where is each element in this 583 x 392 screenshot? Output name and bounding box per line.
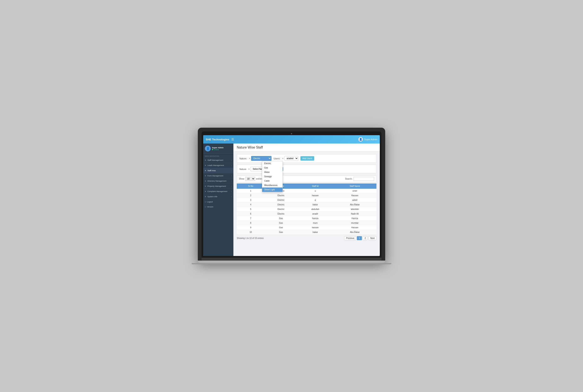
page-1-button[interactable]: 1 — [357, 236, 362, 240]
dropdown-option-gas[interactable]: Gas — [262, 166, 283, 170]
col-srno: Sr.No — [237, 184, 265, 189]
sidebar-item-staff-area[interactable]: ≡ Staff Area › — [203, 168, 233, 173]
dropdown-option-electric[interactable]: Electric — [262, 161, 283, 166]
search-label: Search: — [345, 178, 352, 180]
cell-staff_id: mum — [297, 221, 333, 225]
cell-nature: Electric — [265, 212, 297, 216]
cell-staff_id: hassan — [297, 225, 333, 230]
table-row: 3Electricaadeel — [237, 198, 376, 202]
sidebar-item-logout[interactable]: □ Logout — [203, 199, 233, 204]
cell-srno: 1 — [237, 189, 265, 193]
dropdown-option-water[interactable]: Water — [262, 170, 283, 174]
sidebar-item-directory-management[interactable]: ≡ Directory Management › — [203, 178, 233, 184]
page-2-button[interactable]: 2 — [363, 236, 368, 240]
brand-name: SHE Technologies — [206, 138, 229, 141]
nav-label: Form Management — [207, 175, 223, 177]
cell-staff_name: Abu Bakar — [333, 202, 376, 207]
nature-select-wrapper: ≡ Electric Gas Water Sewage Cable Miscel… — [249, 156, 272, 161]
top-bar: SHE Technologies ☰ 👤 Super Admin — [203, 135, 380, 144]
col-staff-id: Staff Id — [297, 184, 333, 189]
cell-nature: Gas — [265, 216, 297, 221]
sidebar-item-complaint-management[interactable]: ≡ Complaint Management › — [203, 189, 233, 194]
chevron-icon: › — [231, 175, 232, 177]
cell-nature: Electric — [265, 193, 297, 198]
admin-info: 👤 Super Admin — [358, 137, 377, 142]
cell-staff_id: hamza — [297, 216, 333, 221]
dropdown-option-sewage[interactable]: Sewage — [262, 174, 283, 179]
page-header: Nature Wise Staff — [233, 144, 380, 152]
user-status: Online — [212, 149, 224, 150]
next-button[interactable]: Next — [368, 236, 376, 240]
chevron-icon: › — [231, 196, 232, 198]
nav-label: Directory Management — [207, 180, 226, 182]
version-icon: □ — [205, 206, 206, 208]
table-row: 6ElectricanadirNadir Ali — [237, 212, 376, 216]
list-icon-3: ≡ — [248, 168, 250, 170]
sidebar-item-leads-management[interactable]: ≡ Leads Management › — [203, 163, 233, 168]
sidebar-item-form-management[interactable]: ≡ Form Management › — [203, 173, 233, 178]
showing-text: Showing 1 to 10 of 19 entries — [237, 237, 264, 239]
users-filter-label: Users: — [274, 157, 280, 160]
cell-nature: Gas — [265, 225, 297, 230]
dropdown-option-cable[interactable]: Cable — [262, 179, 283, 183]
cell-staff_name: mumtaz — [333, 221, 376, 225]
bars-icon: ≡ — [205, 196, 206, 198]
cell-staff_id: anadir — [297, 212, 333, 216]
table-row: 1Electricuumer — [237, 189, 376, 193]
nature-select[interactable]: Electric Gas Water Sewage Cable Miscella… — [251, 156, 272, 161]
content-area: Nature Wise Staff Nature: ≡ Electric — [233, 144, 380, 256]
cell-srno: 4 — [237, 202, 265, 207]
cell-srno: 8 — [237, 221, 265, 225]
list-icon: ≡ — [249, 157, 250, 160]
table-row: 8Gasmummumtaz — [237, 221, 376, 225]
nature-label-2: Nature — [239, 168, 246, 170]
entries-select[interactable]: 10 25 50 100 — [245, 177, 255, 181]
search-input[interactable] — [353, 177, 374, 181]
sidebar-item-staff-management[interactable]: ≡ Staff Mamagement › — [203, 158, 233, 163]
col-staff-name: Staff Name — [333, 184, 376, 189]
sidebar: 👤 Super Admin Online MAIN NAVIGATION — [203, 144, 233, 256]
sidebar-item-property-management[interactable]: ≡ Property Management › — [203, 184, 233, 189]
nature-dropdown-popup: Electric Gas Water Sewage Cable Miscella… — [262, 161, 283, 192]
data-table: Sr.No Nature Staff Id Staff Name 1Electr… — [237, 184, 376, 234]
cell-srno: 3 — [237, 198, 265, 202]
cell-staff_id: bakar — [297, 230, 333, 234]
sidebar-item-system-info[interactable]: ≡ System Info › — [203, 194, 233, 199]
users-select-wrapper: ≡ a/adeel — [282, 156, 298, 161]
sidebar-user: 👤 Super Admin Online — [203, 144, 233, 154]
bars-icon: ≡ — [205, 170, 206, 172]
logout-icon: □ — [205, 201, 206, 203]
cell-staff_id: hassan — [297, 193, 333, 198]
table-row: 10GasbakarAbu Bakar — [237, 230, 376, 234]
dropdown-option-miscellaneous[interactable]: Miscellaneous — [262, 183, 283, 188]
cell-staff_name: umer — [333, 189, 376, 193]
page-content: Nature: ≡ Electric Gas Water Sewage Cabl… — [233, 152, 380, 243]
cell-staff_name: abdullah — [333, 207, 376, 212]
pagination-row: Showing 1 to 10 of 19 entries Previous 1… — [237, 236, 376, 240]
cell-srno: 5 — [237, 207, 265, 212]
cell-srno: 2 — [237, 193, 265, 198]
show-entries: Show 10 25 50 100 entries — [239, 177, 262, 181]
admin-name: Super Admin — [364, 138, 377, 140]
nav-label: System Info — [207, 196, 217, 198]
nav-label: Staff Mamagement — [207, 159, 223, 161]
filter-row-2: Nature ≡ Select Nature Electric Gas Wate… — [237, 165, 376, 173]
users-select[interactable]: a/adeel — [284, 156, 298, 161]
previous-button[interactable]: Previous — [344, 236, 356, 240]
bars-icon: ≡ — [205, 180, 206, 182]
table-row: 9GashassanHassan — [237, 225, 376, 230]
add-users-button[interactable]: Add Users — [300, 156, 314, 160]
table-row: 2ElectrichassanHassan — [237, 193, 376, 198]
cell-nature: Electric — [265, 202, 297, 207]
show-label: Show — [239, 178, 244, 180]
filter-row-1: Nature: ≡ Electric Gas Water Sewage Cabl… — [237, 154, 376, 163]
dropdown-option-street-light[interactable]: Street Light — [262, 188, 283, 192]
table-controls: Show 10 25 50 100 entries — [237, 176, 376, 182]
hamburger-icon[interactable]: ☰ — [231, 138, 234, 141]
version-label: Version — [207, 206, 213, 208]
cell-srno: 6 — [237, 212, 265, 216]
nav-label: Staff Area — [207, 170, 215, 172]
sidebar-item-version[interactable]: □ Version — [203, 204, 233, 209]
nav-label: Leads Management — [207, 164, 224, 166]
cell-staff_name: Nadir Ali — [333, 212, 376, 216]
